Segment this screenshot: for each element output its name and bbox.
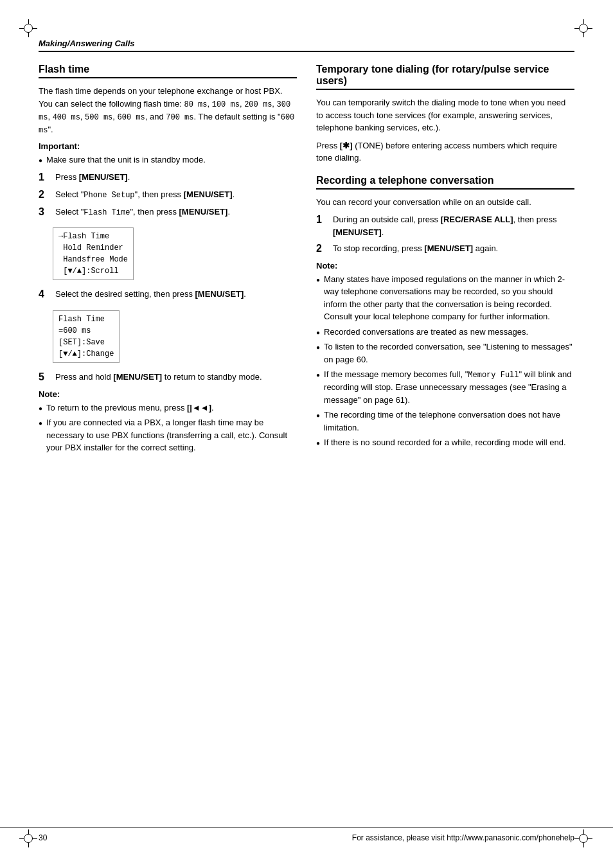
flash-steps-continued: 4 Select the desired setting, then press… [39,288,297,301]
rec-step-1: 1 During an outside call, press [REC/ERA… [316,213,574,238]
step-1: 1 Press [MENU/SET]. [39,171,297,184]
recording-steps: 1 During an outside call, press [REC/ERA… [316,213,574,256]
note-label-right: Note: [316,261,574,270]
recording-title: Recording a telephone conversation [316,175,574,190]
page-number: 30 [39,833,47,842]
code-box-2: Flash Time =600 ms [SET]:Save [▼/▲]:Chan… [53,310,120,363]
important-label: Important: [39,141,297,151]
code-box-1: →Flash Time Hold Reminder Handsfree Mode… [53,227,134,280]
content-columns: Flash time The flash time depends on you… [39,64,574,459]
note-bullets-right: Many states have imposed regulations on … [316,273,574,449]
header-title: Making/Answering Calls [39,39,135,48]
tone-dialing-title: Temporary tone dialing (for rotary/pulse… [316,64,574,90]
recording-intro: You can record your conversation while o… [316,196,574,209]
tone-dialing-intro: You can temporarily switch the dialing m… [316,96,574,134]
rec-step-2: 2 To stop recording, press [MENU/SET] ag… [316,242,574,256]
flash-steps: 1 Press [MENU/SET]. 2 Select "Phone Setu… [39,171,297,218]
note-bullets-left: To return to the previous menu, press [|… [39,402,297,454]
corner-mark-tr [574,19,594,39]
corner-mark-tl [19,19,39,39]
flash-time-title: Flash time [39,64,297,78]
page: Making/Answering Calls Flash time The fl… [0,0,613,868]
important-bullet-1: Make sure that the unit is in standby mo… [39,154,297,166]
rec-note-3: To listen to the recorded conversation, … [316,341,574,366]
step-4: 4 Select the desired setting, then press… [39,288,297,301]
flash-time-intro: The flash time depends on your telephone… [39,85,297,136]
important-bullets: Make sure that the unit is in standby mo… [39,154,297,166]
note-label-left: Note: [39,389,297,399]
page-header: Making/Answering Calls [39,39,574,52]
flash-steps-5: 5 Press and hold [MENU/SET] to return to… [39,371,297,384]
step-3: 3 Select "Flash Time", then press [MENU/… [39,206,297,219]
note-bullet-2: If you are connected via a PBX, a longer… [39,416,297,454]
step-5: 5 Press and hold [MENU/SET] to return to… [39,371,297,384]
rec-note-6: If there is no sound recorded for a whil… [316,436,574,449]
step-2: 2 Select "Phone Setup", then press [MENU… [39,188,297,202]
page-footer: 30 For assistance, please visit http://w… [0,828,613,842]
assistance-text: For assistance, please visit http://www.… [352,833,574,842]
rec-note-1: Many states have imposed regulations on … [316,273,574,323]
rec-note-2: Recorded conversations are treated as ne… [316,326,574,339]
right-column: Temporary tone dialing (for rotary/pulse… [316,64,574,459]
tone-dialing-press: Press [✱] (TONE) before entering access … [316,139,574,164]
note-bullet-1: To return to the previous menu, press [|… [39,402,297,414]
rec-note-4: If the message memory becomes full, "Mem… [316,368,574,406]
left-column: Flash time The flash time depends on you… [39,64,297,459]
rec-note-5: The recording time of the telephone conv… [316,409,574,434]
